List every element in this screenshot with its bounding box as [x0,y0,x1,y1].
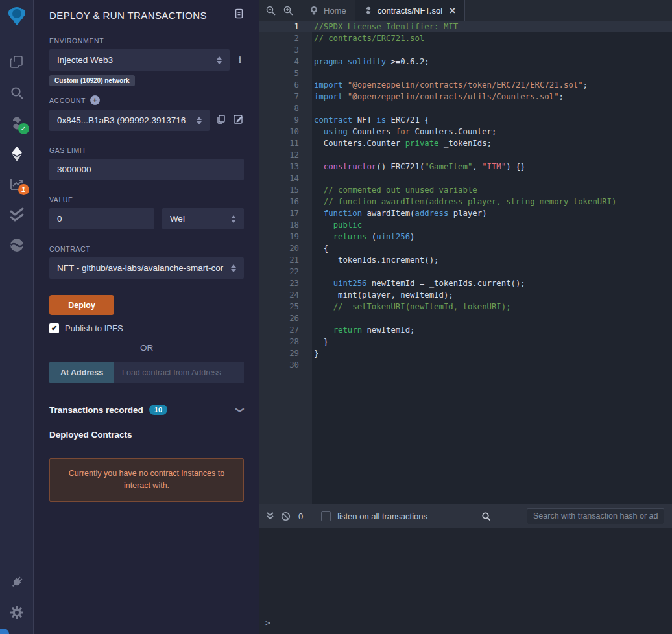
line-number: 19 [259,231,312,242]
code-line[interactable]: 12 [259,149,672,161]
deploy-button[interactable]: Deploy [49,295,114,315]
code-line[interactable]: 21 _tokenIds.increment(); [259,254,672,266]
line-number: 6 [259,79,312,91]
unit-testing-icon[interactable] [4,202,30,228]
line-number: 16 [259,196,312,207]
publish-ipfs-checkbox[interactable]: ✔ [49,323,59,333]
line-number: 10 [259,126,312,137]
plugin-manager-icon[interactable] [4,569,30,595]
line-number: 28 [259,336,312,347]
debugger-icon[interactable] [4,232,30,258]
deploy-run-panel: DEPLOY & RUN TRANSACTIONS ENVIRONMENT In… [34,0,259,634]
settings-gear-icon[interactable] [4,600,30,626]
close-tab-icon[interactable]: ✕ [449,6,456,16]
code-line[interactable]: 27 return newItemId; [259,324,672,336]
add-account-icon[interactable]: + [90,95,100,105]
code-line[interactable]: 2// contracts/ERC721.sol [259,32,672,44]
code-line[interactable]: 11 Counters.Counter private _tokenIds; [259,137,672,149]
transactions-count-badge: 10 [149,405,167,415]
code-line[interactable]: 8 [259,102,672,114]
line-number: 5 [259,67,312,79]
clear-pending-icon[interactable] [281,511,291,521]
code-line[interactable]: 19 returns (uint256) [259,231,672,242]
zoom-in-icon[interactable] [283,5,294,16]
contract-select[interactable]: NFT - github/ava-labs/avalanche-smart-co… [49,257,244,279]
code-line[interactable]: 28 } [259,336,672,347]
select-stepper-icon [231,264,236,272]
code-line[interactable]: 6import "@openzeppelin/contracts/token/E… [259,79,672,91]
terminal-search-input[interactable] [527,508,664,524]
code-line[interactable]: 1//SPDX-License-Identifier: MIT [259,21,672,32]
line-number: 7 [259,91,312,102]
copy-account-icon[interactable] [216,114,226,127]
line-number: 21 [259,254,312,266]
code-line[interactable]: 14 [259,172,672,184]
environment-info-icon[interactable]: i [236,55,244,65]
tab-nft-sol[interactable]: contracts/NFT.sol ✕ [355,0,465,21]
code-line[interactable]: 20 { [259,242,672,254]
gas-limit-input[interactable] [49,159,244,180]
line-number: 18 [259,219,312,231]
remix-logo-icon[interactable] [5,4,29,31]
static-analysis-icon[interactable]: 1 [4,171,30,197]
code-line[interactable]: 22 [259,266,672,277]
line-number: 13 [259,161,312,172]
code-line[interactable]: 9contract NFT is ERC721 { [259,114,672,126]
docs-icon[interactable] [234,8,244,21]
account-select[interactable]: 0x845...B1aB3 (999992.3913716 [49,110,210,131]
expand-terminal-icon[interactable] [266,511,274,521]
code-line[interactable]: 26 [259,312,672,324]
zoom-out-icon[interactable] [265,5,276,16]
icon-sidebar: ✓ 1 [0,0,34,634]
code-line[interactable]: 13 constructor() ERC721("GameItem", "ITM… [259,161,672,172]
value-input[interactable] [49,208,154,229]
at-address-button[interactable]: At Address [49,362,114,383]
solidity-compiler-icon[interactable]: ✓ [4,110,30,136]
code-line[interactable]: 23 uint256 newItemId = _tokenIds.current… [259,277,672,289]
line-number: 27 [259,324,312,336]
code-editor[interactable]: 1//SPDX-License-Identifier: MIT2// contr… [259,21,672,504]
deploy-run-icon[interactable] [4,141,30,167]
solidity-file-icon [364,6,373,15]
file-explorer-icon[interactable] [4,49,30,75]
transactions-recorded-toggle[interactable]: Transactions recorded 10 ❯ [49,405,244,415]
editor-empty-space[interactable] [259,371,672,504]
code-line[interactable]: 4pragma solidity >=0.6.2; [259,56,672,67]
panel-title: DEPLOY & RUN TRANSACTIONS [49,10,207,21]
code-line[interactable]: 5 [259,67,672,79]
line-number: 4 [259,56,312,67]
listen-all-transactions-checkbox[interactable] [321,511,331,521]
chevron-down-icon[interactable]: ❯ [235,406,245,414]
edit-account-icon[interactable] [233,113,244,127]
tab-home[interactable]: Home [300,0,355,21]
code-line[interactable]: 29} [259,347,672,359]
line-number: 23 [259,277,312,289]
terminal-prompt[interactable]: > [265,618,270,628]
code-line[interactable]: 10 using Counters for Counters.Counter; [259,126,672,137]
code-line[interactable]: 17 function awardItem(address player) [259,207,672,219]
value-unit-select[interactable]: Wei [162,208,244,229]
code-line[interactable]: 30 [259,359,672,371]
search-icon[interactable] [4,80,30,106]
at-address-input[interactable] [114,362,244,383]
line-number: 9 [259,114,312,126]
line-number: 15 [259,184,312,196]
code-line[interactable]: 15 // commented out unused variable [259,184,672,196]
line-number: 26 [259,312,312,324]
line-number: 11 [259,137,312,149]
code-line[interactable]: 24 _mint(player, newItemId); [259,289,672,301]
line-number: 8 [259,102,312,114]
pending-tx-count: 0 [298,511,303,521]
code-line[interactable]: 18 public [259,219,672,231]
environment-select[interactable]: Injected Web3 [49,49,230,71]
line-number: 30 [259,359,312,371]
line-number: 2 [259,32,312,44]
line-number: 29 [259,347,312,359]
terminal-console[interactable]: > [259,528,672,634]
line-number: 25 [259,301,312,312]
code-line[interactable]: 25 // _setTokenURI(newItemId, tokenURI); [259,301,672,312]
line-number: 12 [259,149,312,161]
code-line[interactable]: 3 [259,44,672,56]
code-line[interactable]: 16 // function awardItem(address player,… [259,196,672,207]
code-line[interactable]: 7import "@openzeppelin/contracts/utils/C… [259,91,672,102]
